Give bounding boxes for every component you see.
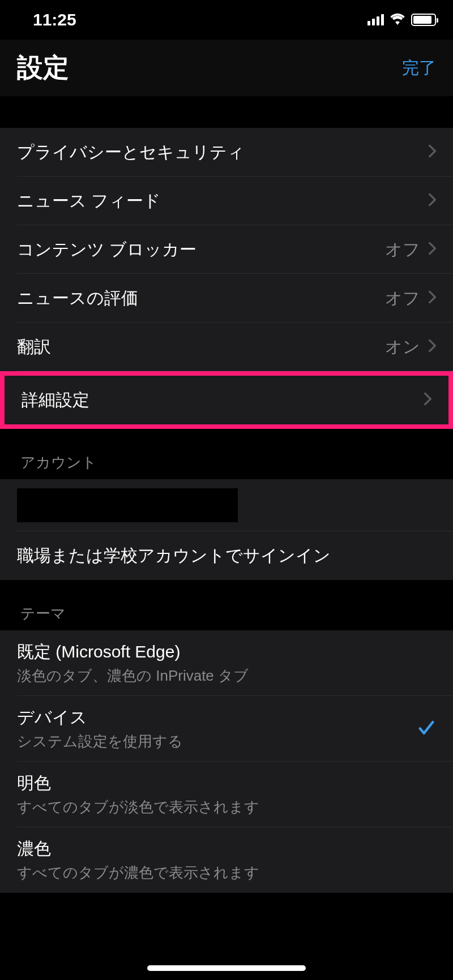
theme-default-item[interactable]: 既定 (Microsoft Edge) 淡色のタブ、濃色の InPrivate … — [0, 630, 453, 696]
chevron-right-icon — [428, 193, 436, 209]
chevron-right-icon — [428, 242, 436, 257]
status-bar: 11:25 — [0, 0, 453, 40]
theme-dark-item[interactable]: 濃色 すべてのタブが濃色で表示されます — [0, 827, 453, 893]
theme-section-header: テーマ — [0, 580, 453, 630]
advanced-settings-label: 詳細設定 — [22, 389, 89, 412]
wifi-icon — [390, 12, 405, 27]
nav-header: 設定 完了 — [0, 40, 453, 96]
chevron-right-icon — [428, 339, 436, 355]
theme-light-title: 明色 — [17, 772, 259, 795]
theme-default-title: 既定 (Microsoft Edge) — [17, 641, 249, 664]
theme-dark-subtitle: すべてのタブが濃色で表示されます — [17, 863, 259, 883]
privacy-security-item[interactable]: プライバシーとセキュリティ — [0, 128, 453, 177]
chevron-right-icon — [428, 144, 436, 160]
chevron-right-icon — [428, 290, 436, 306]
theme-device-item[interactable]: デバイス システム設定を使用する — [0, 696, 453, 762]
redacted-account-info — [17, 488, 238, 522]
page-title: 設定 — [17, 50, 69, 85]
settings-list: プライバシーとセキュリティ ニュース フィード コンテンツ ブロッカー オフ — [0, 128, 453, 429]
theme-list: 既定 (Microsoft Edge) 淡色のタブ、濃色の InPrivate … — [0, 630, 453, 893]
advanced-settings-item[interactable]: 詳細設定 — [5, 376, 448, 424]
cellular-signal-icon — [367, 14, 384, 25]
content-blocker-label: コンテンツ ブロッカー — [17, 238, 196, 261]
status-time: 11:25 — [17, 10, 76, 29]
translate-value: オン — [385, 336, 420, 359]
theme-dark-title: 濃色 — [17, 837, 259, 861]
account-item[interactable] — [0, 479, 453, 531]
home-indicator[interactable] — [147, 965, 306, 971]
account-list: 職場または学校アカウントでサインイン — [0, 479, 453, 580]
theme-light-subtitle: すべてのタブが淡色で表示されます — [17, 797, 259, 817]
news-rating-label: ニュースの評価 — [17, 287, 138, 310]
theme-light-item[interactable]: 明色 すべてのタブが淡色で表示されます — [0, 762, 453, 827]
chevron-right-icon — [424, 392, 431, 408]
news-feed-label: ニュース フィード — [17, 190, 161, 213]
privacy-security-label: プライバシーとセキュリティ — [17, 141, 245, 164]
work-school-signin-item[interactable]: 職場または学校アカウントでサインイン — [0, 531, 453, 580]
news-rating-value: オフ — [385, 287, 420, 310]
theme-device-subtitle: システム設定を使用する — [17, 732, 183, 751]
content-blocker-value: オフ — [385, 238, 420, 261]
translate-item[interactable]: 翻訳 オン — [0, 323, 453, 371]
checkmark-icon — [417, 718, 436, 740]
translate-label: 翻訳 — [17, 336, 51, 359]
account-section-header: アカウント — [0, 429, 453, 479]
battery-icon — [411, 14, 436, 26]
advanced-settings-highlight: 詳細設定 — [0, 371, 453, 429]
content-blocker-item[interactable]: コンテンツ ブロッカー オフ — [0, 225, 453, 274]
theme-default-subtitle: 淡色のタブ、濃色の InPrivate タブ — [17, 666, 249, 686]
theme-device-title: デバイス — [17, 706, 183, 729]
news-feed-item[interactable]: ニュース フィード — [0, 177, 453, 225]
news-rating-item[interactable]: ニュースの評価 オフ — [0, 274, 453, 323]
status-icons — [367, 12, 436, 27]
done-button[interactable]: 完了 — [402, 57, 436, 80]
